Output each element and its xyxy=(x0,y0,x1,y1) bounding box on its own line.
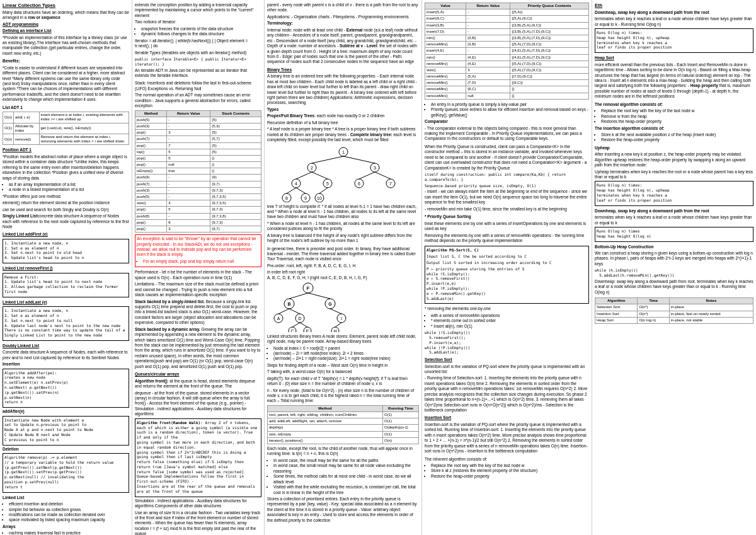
svg-text:C: C xyxy=(290,329,294,332)
code-pq-sort-output: Output list S sorted in increasing order… xyxy=(427,260,587,265)
section-linked-list: Linked List addFirst (e) 1. Instantiate … xyxy=(3,232,129,263)
list-pq-notes: An entry in a priority queue is simply a… xyxy=(425,102,589,118)
list-time: In worst case, the result may be the sam… xyxy=(267,458,419,495)
algo-queue: Algorithm front(Random Walk): Array 2 of… xyxy=(135,418,261,497)
text-performance: Performance - let n be the number of ele… xyxy=(135,270,261,280)
section-stack: Stack: Insertions and deletions follow t… xyxy=(135,81,261,267)
text-linear-intro: Many data structures have an ordering, w… xyxy=(3,10,129,21)
list-insertion-heap: Store k at the next available position z… xyxy=(595,132,753,143)
section-title-eth: Eth xyxy=(595,3,753,9)
code-queue: Algorithm front(Random Walk): Array 2 of… xyxy=(137,420,260,494)
section-linear-collections: Linear Collection Types Many data struct… xyxy=(3,3,129,56)
algo-pq-sort: Algorithm PQ-Sort(S, C) Input list S, C … xyxy=(425,246,589,304)
text-iterator-method: Iterator = all.iterator(); | while(tr.ha… xyxy=(135,38,261,49)
section-complete-tree: tree T of height is complete if: * if al… xyxy=(267,204,419,244)
text-recursive-def: Recursive definition of a full binary tr… xyxy=(267,120,419,125)
text-downheap2-terminates: terminates when key k reaches a leaf or … xyxy=(595,215,753,226)
code-add-first: 1. Instantiate a new node, n 2. Set e as… xyxy=(4,241,127,260)
text-balanced: A binary tree is balanced if the height … xyxy=(267,233,419,244)
text-upheap: Upheap xyxy=(595,146,753,151)
section-linked-list-add-last: Linked List addLast (e) 1. Instantiate a… xyxy=(3,300,129,341)
text-when-pq: When the Priority Queue is constructed, … xyxy=(425,144,589,171)
text-comparator-def: - The comparator external to the objects… xyxy=(425,126,589,142)
svg-text:A: A xyxy=(277,316,280,321)
section-benefits: Benefits: *Code is easier to understand … xyxy=(3,59,129,103)
text-each-node: Each node, except the root, is the child… xyxy=(267,446,419,457)
algo-upheap: Runs O(log n) times: heap has height O(l… xyxy=(595,181,753,205)
section-pq-value: Value Return Value Priority Queue Conten… xyxy=(425,3,589,100)
column-mid-right: Value Return Value Priority Queue Conten… xyxy=(422,0,592,535)
text-add-last-title: Linked List addLast (e) xyxy=(3,300,129,305)
text-heap-intro: The inherent algorithm consists of: xyxy=(425,457,589,462)
code-deletion: Algorithm remove(p) := p.element // a te… xyxy=(4,455,127,490)
text-downheap2: Downheap, swap key along a downward path… xyxy=(595,209,753,214)
text-inorder: in order left root rightA, B, C, D, E, F… xyxy=(267,270,419,280)
section-removing-elements: * removing the elements one-by-one with … xyxy=(425,306,589,355)
text-terminology: Internal node: node with at least one ch… xyxy=(267,28,419,65)
code-downheap: Runs O(log n) times: heap has height O(l… xyxy=(597,30,752,50)
text-downheap-def: terminates when key k reaches a leaf or … xyxy=(595,16,753,27)
text-doubly-def: Concrete data structure A sequence of No… xyxy=(3,350,129,360)
svg-line-47 xyxy=(289,293,308,299)
section-linked-list-remove: Linked List removeFirst () Remove a Firs… xyxy=(3,266,129,297)
section-traversal: In general tree, there is preorder and p… xyxy=(267,246,419,524)
svg-line-20 xyxy=(312,156,343,163)
text-heap-sort-def: more efficient overall than the previous… xyxy=(595,62,753,100)
text-remove-title: Linked List removeFirst () xyxy=(3,266,129,271)
text-heapify-detail: Downheap: swap key along a downward path… xyxy=(595,279,753,295)
text-deletion-title: Deletion xyxy=(3,447,129,452)
svg-text:6: 6 xyxy=(358,181,360,186)
section-queue: Queues/circular arrays Algorithm front()… xyxy=(135,372,261,535)
text-doubly-title: Doubly Linked List xyxy=(3,343,129,348)
svg-line-25 xyxy=(375,172,391,179)
text-iterable-types: Iterable Types (iterables are objects wi… xyxy=(135,50,261,55)
section-tree-parent: parent - every node with parent v is a c… xyxy=(267,3,419,65)
list-linked-benefits: efficient insertion and deletion simpler… xyxy=(3,502,129,523)
code-remove-first: Remove a First: 1. Update list's head to… xyxy=(4,275,127,294)
section-when-pq: When the Priority Queue is constructed, … xyxy=(425,144,589,212)
text-total-running: n - for every node, (total to be O(n^2) … xyxy=(267,388,419,404)
algo-insertion: Algorithm addAfter(pe): creates a new no… xyxy=(3,369,129,408)
text-leaf-node: * A leaf node is a proper binary tree * … xyxy=(267,127,419,142)
section-insertion-sort: Insertion Sort Insertion-sort is the var… xyxy=(425,415,589,454)
code-pq-sort-header: Algorithm PQ-Sort(S, C) xyxy=(427,248,587,253)
section-upheap: Upheap After inserting a new key k at po… xyxy=(595,146,753,206)
svg-text:I: I xyxy=(341,316,342,321)
text-downheap-title: Downheap, swap key along a downward path… xyxy=(595,10,753,15)
pq-value-table: Value Return Value Priority Queue Conten… xyxy=(425,3,589,100)
exception-box: An exception is said to be "thrown" by a… xyxy=(135,234,261,267)
section-priority-queue-sort: * Priority Queue Sorting treat these ele… xyxy=(425,214,589,243)
text-position-def: *Position models the abstract notion of … xyxy=(3,154,129,181)
comparisons-table: Algorithm Time Notes Selection SortO(n²)… xyxy=(595,297,753,324)
list-removal: Replace the root key with the key of the… xyxy=(595,108,753,124)
algo-add-after: Instantiate new Node with element e set … xyxy=(3,416,129,446)
text-position-search: can be used and search for both Singly a… xyxy=(3,207,129,212)
text-circular-def: Use an array of size N in a circular fas… xyxy=(135,510,261,535)
text-queue-def: Algorithm front(): at the queue is head,… xyxy=(135,379,261,389)
list-exception: For an empty stack, pop and top simply r… xyxy=(137,259,260,264)
text-types-title: Types xyxy=(267,107,419,112)
text-traversal-intro: In general tree, there is preorder and p… xyxy=(267,246,419,262)
text-singly-linked: Singly Linked Listconcrete data structur… xyxy=(3,214,129,229)
algo-deletion: Algorithm remove(p) := p.element // a te… xyxy=(3,453,129,493)
page-container: Linear Collection Types Many data struct… xyxy=(0,0,756,535)
text-benefits-1: *Code is easier to understand if differe… xyxy=(3,66,129,103)
section-heap: The inherent algorithm consists of: Repl… xyxy=(425,457,589,480)
text-o-n-h: T taking with, a worst-case O(n) for a b… xyxy=(267,369,419,374)
svg-line-21 xyxy=(343,156,375,163)
section-linked-list-benefits: Linked List efficient insertion and dele… xyxy=(3,495,129,535)
text-insertion-sort-title: Insertion Sort xyxy=(425,415,589,420)
text-removal-algorithm: The removal algorithm consists of: xyxy=(595,102,753,107)
algo-add-first: 1. Instantiate a new node, n 2. Set e as… xyxy=(3,239,129,263)
algo-downheap: Runs O(log n) times: heap has height O(l… xyxy=(595,28,753,53)
code-pq-sort-body: P ← priority queue storing the entries o… xyxy=(427,267,587,301)
text-defining: Defining an interface List xyxy=(3,28,129,33)
text-heapify-def: We can construct a heap storing n given … xyxy=(595,251,753,267)
algo-add-last: 1. Instantiate a new node, n 2. Set e as… xyxy=(3,306,129,341)
text-heap-sort-title: Heap Sort xyxy=(595,55,753,60)
svg-line-28 xyxy=(319,188,328,193)
column-left: Linear Collection Types Many data struct… xyxy=(0,0,132,535)
list-heap: Replace the root key with the key of the… xyxy=(425,463,589,479)
text-simulation: Simulation - Indirect applications - Aux… xyxy=(135,498,261,509)
text-tree-parent: parent - every node with parent v is a c… xyxy=(267,3,419,13)
